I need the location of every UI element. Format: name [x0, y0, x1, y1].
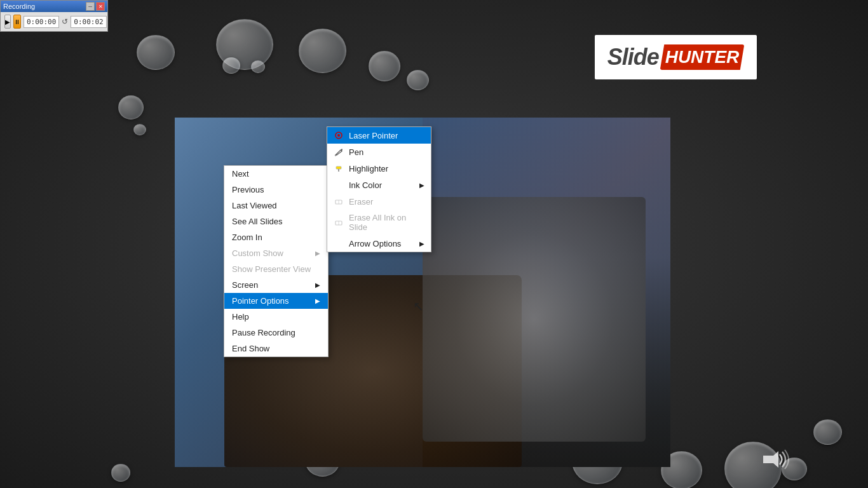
slide-second-briefcase	[423, 197, 646, 442]
menu-item-help[interactable]: Help	[224, 309, 328, 325]
menu-item-last-viewed[interactable]: Last Viewed	[224, 198, 328, 214]
menu-item-screen[interactable]: Screen ▶	[224, 277, 328, 293]
droplet-8	[118, 95, 144, 119]
erase-all-ink-icon	[334, 217, 344, 227]
screen-arrow-icon: ▶	[315, 281, 320, 288]
recording-titlebar: Recording ─ ✕	[1, 1, 107, 12]
menu-item-custom-show-label: Custom Show	[232, 248, 283, 258]
droplet-16	[813, 419, 842, 445]
submenu-item-highlighter-label: Highlighter	[349, 164, 388, 173]
pause-button[interactable]: ⏸	[13, 15, 21, 29]
submenu-item-erase-all-ink-label: Erase All Ink on Slide	[349, 213, 424, 232]
pause-icon: ⏸	[14, 18, 20, 25]
minimize-button[interactable]: ─	[86, 2, 95, 11]
submenu-item-pen[interactable]: Pen	[327, 144, 431, 160]
submenu-item-arrow-options[interactable]: Arrow Options ▶	[327, 235, 431, 252]
close-button[interactable]: ✕	[96, 2, 105, 11]
context-menu: Next Previous Last Viewed See All Slides…	[224, 165, 329, 357]
menu-item-pause-recording-label: Pause Recording	[232, 328, 295, 337]
submenu-item-laser-pointer[interactable]: Laser Pointer	[327, 127, 431, 144]
titlebar-controls: ─ ✕	[86, 2, 105, 11]
svg-rect-8	[763, 456, 768, 463]
menu-item-screen-label: Screen	[232, 280, 258, 290]
submenu-item-eraser-label: Eraser	[349, 197, 373, 207]
menu-item-next-label: Next	[232, 169, 249, 179]
pointer-options-submenu: Laser Pointer Pen Highlighter Ink Color …	[327, 126, 431, 252]
submenu-item-eraser: Eraser	[327, 193, 431, 210]
submenu-item-pen-label: Pen	[349, 147, 363, 157]
ink-color-icon	[334, 180, 344, 190]
svg-rect-2	[336, 166, 341, 169]
reset-icon: ↺	[62, 17, 68, 26]
menu-item-next[interactable]: Next	[224, 166, 328, 182]
submenu-item-erase-all-ink: Erase All Ink on Slide	[327, 210, 431, 235]
play-icon: ▶	[5, 18, 10, 25]
droplet-7	[251, 60, 265, 73]
reset-button[interactable]: ↺	[62, 16, 68, 27]
submenu-item-highlighter[interactable]: Highlighter	[327, 160, 431, 177]
menu-item-help-label: Help	[232, 312, 249, 322]
droplet-4	[369, 51, 400, 81]
logo-slide-text: Slide	[607, 44, 659, 71]
laser-pointer-icon	[334, 130, 344, 140]
highlighter-icon	[334, 163, 344, 173]
submenu-item-ink-color-label: Ink Color	[349, 180, 382, 190]
menu-item-show-presenter-view: Show Presenter View	[224, 261, 328, 277]
droplet-5	[407, 70, 429, 90]
play-button[interactable]: ▶	[4, 15, 11, 29]
custom-show-arrow-icon: ▶	[315, 250, 320, 257]
menu-item-show-presenter-view-label: Show Presenter View	[232, 264, 311, 274]
arrow-options-arrow-icon: ▶	[419, 240, 424, 247]
menu-item-end-show-label: End Show	[232, 344, 269, 353]
droplet-3	[299, 29, 346, 73]
eraser-icon	[334, 196, 344, 207]
logo-hunter-text: HUNTER	[660, 44, 745, 70]
time-total: 0:00:02	[71, 16, 106, 28]
pen-icon	[334, 147, 344, 157]
ink-color-arrow-icon: ▶	[419, 182, 424, 189]
time-elapsed: 0:00:00	[24, 16, 59, 28]
menu-item-zoom-in-label: Zoom In	[232, 233, 262, 242]
volume-icon-area	[763, 447, 792, 477]
menu-item-custom-show: Custom Show ▶	[224, 245, 328, 261]
menu-item-pause-recording[interactable]: Pause Recording	[224, 325, 328, 341]
arrow-options-icon	[334, 238, 344, 248]
menu-item-last-viewed-label: Last Viewed	[232, 201, 277, 210]
recording-controls: ▶ ⏸ 0:00:00 ↺ 0:00:02	[1, 12, 107, 31]
pointer-options-arrow-icon: ▶	[315, 297, 320, 304]
logo-area: Slide HUNTER	[595, 35, 757, 79]
droplet-9	[133, 124, 146, 135]
menu-item-see-all-slides[interactable]: See All Slides	[224, 214, 328, 229]
menu-item-previous-label: Previous	[232, 185, 264, 194]
menu-item-end-show[interactable]: End Show	[224, 341, 328, 356]
volume-speaker-icon	[763, 447, 792, 472]
droplet-15	[111, 464, 130, 482]
svg-marker-7	[768, 451, 778, 468]
menu-item-previous[interactable]: Previous	[224, 182, 328, 198]
submenu-item-ink-color[interactable]: Ink Color ▶	[327, 177, 431, 193]
submenu-item-laser-pointer-label: Laser Pointer	[349, 131, 398, 140]
droplet-6	[222, 57, 240, 74]
recording-title: Recording	[3, 3, 35, 10]
recording-toolbar: Recording ─ ✕ ▶ ⏸ 0:00:00 ↺ 0:00:02	[0, 0, 108, 32]
menu-item-pointer-options-label: Pointer Options	[232, 296, 289, 306]
submenu-item-arrow-options-label: Arrow Options	[349, 239, 401, 248]
menu-item-see-all-slides-label: See All Slides	[232, 217, 283, 226]
droplet-1	[137, 35, 175, 70]
titlebar-left: Recording	[3, 3, 35, 10]
menu-item-pointer-options[interactable]: Pointer Options ▶	[224, 293, 328, 309]
menu-item-zoom-in[interactable]: Zoom In	[224, 229, 328, 245]
svg-point-1	[337, 134, 340, 137]
